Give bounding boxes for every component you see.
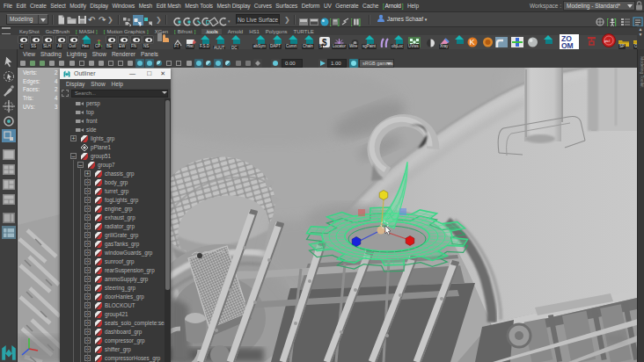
svg-text:4: 4 bbox=[55, 78, 58, 84]
svg-text:]: ] bbox=[359, 18, 362, 26]
svg-text:K: K bbox=[470, 38, 475, 47]
svg-text:UVs:: UVs: bbox=[23, 104, 35, 110]
svg-text:RB: RB bbox=[605, 332, 626, 347]
svg-text:Edges:: Edges: bbox=[23, 78, 40, 85]
svg-text:Tris:: Tris: bbox=[23, 95, 33, 101]
svg-text:2: 2 bbox=[55, 69, 58, 76]
svg-text:[: [ bbox=[607, 18, 609, 27]
svg-text:2: 2 bbox=[55, 86, 58, 92]
svg-text:Faces:: Faces: bbox=[23, 86, 40, 92]
svg-text:]: ] bbox=[614, 18, 617, 27]
svg-text:OM: OM bbox=[561, 41, 574, 49]
svg-text:[: [ bbox=[351, 18, 353, 26]
svg-text:3: 3 bbox=[55, 104, 58, 110]
svg-text:[: [ bbox=[330, 18, 332, 26]
svg-text:ptcl: ptcl bbox=[604, 39, 610, 43]
svg-text:Verts:: Verts: bbox=[23, 69, 37, 76]
svg-text:4: 4 bbox=[55, 95, 58, 101]
svg-text:]: ] bbox=[338, 18, 340, 26]
